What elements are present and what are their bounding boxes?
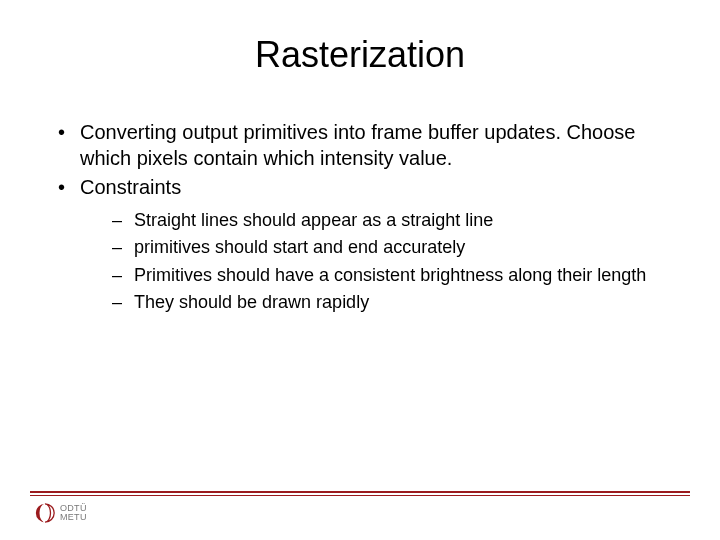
- footer-rule: [30, 495, 690, 496]
- sub-bullet-item: primitives should start and end accurate…: [80, 236, 670, 259]
- footer: ODTÜ METU: [0, 491, 720, 524]
- university-logo: ODTÜ METU: [0, 500, 720, 524]
- slide-title: Rasterization: [0, 0, 720, 96]
- logo-line2: METU: [60, 513, 87, 522]
- sub-bullet-item: Primitives should have a consistent brig…: [80, 264, 670, 287]
- slide-content: Converting output primitives into frame …: [0, 96, 720, 314]
- sub-bullet-list: Straight lines should appear as a straig…: [80, 209, 670, 315]
- bullet-item: Converting output primitives into frame …: [50, 120, 670, 171]
- sub-bullet-item: They should be drawn rapidly: [80, 291, 670, 314]
- sub-bullet-item: Straight lines should appear as a straig…: [80, 209, 670, 232]
- bullet-item: Constraints Straight lines should appear…: [50, 175, 670, 314]
- bullet-list: Converting output primitives into frame …: [50, 120, 670, 314]
- bullet-text: Constraints: [80, 176, 181, 198]
- logo-icon: [34, 502, 56, 524]
- slide: Rasterization Converting output primitiv…: [0, 0, 720, 540]
- logo-text: ODTÜ METU: [60, 504, 87, 523]
- footer-rule: [30, 491, 690, 493]
- bullet-text: Converting output primitives into frame …: [80, 121, 636, 169]
